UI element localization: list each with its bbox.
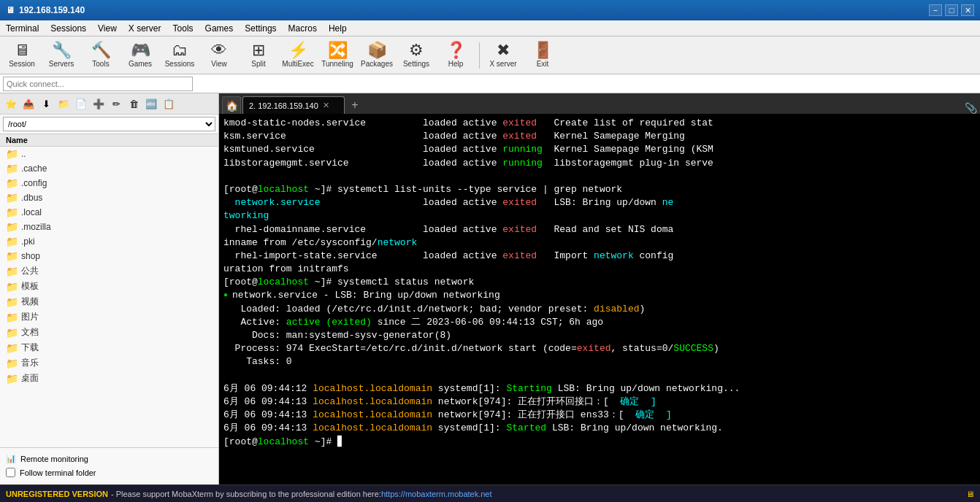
toolbar-separator	[479, 42, 480, 69]
toolbar-btn-tunneling[interactable]: 🔀Tunneling	[318, 39, 356, 72]
content-area: 🏠 2. 192.168.159.140✕ + 📎 kmod-static-no…	[219, 93, 980, 484]
file-item[interactable]: 📁.pki	[0, 234, 218, 249]
sidebar-tb-folder[interactable]: 📁	[55, 96, 72, 112]
menu-item-games[interactable]: Games	[199, 20, 240, 36]
follow-folder-label: Follow terminal folder	[20, 468, 96, 477]
close-button[interactable]: ✕	[961, 4, 974, 16]
toolbar-btn-servers[interactable]: 🔧Servers	[42, 39, 80, 72]
tab-close-button[interactable]: ✕	[323, 101, 329, 110]
quick-connect-input[interactable]	[3, 77, 193, 91]
file-item[interactable]: 📁.dbus	[0, 190, 218, 205]
sidebar-tb-file[interactable]: 📄	[73, 96, 89, 112]
view-icon: 👁	[211, 42, 227, 58]
menu-item-tools[interactable]: Tools	[167, 20, 199, 36]
file-item[interactable]: 📁..	[0, 147, 218, 161]
toolbar-btn-packages[interactable]: 📦Packages	[358, 39, 396, 72]
file-item[interactable]: 📁文档	[0, 325, 218, 340]
maximize-button[interactable]: □	[945, 4, 958, 16]
file-name: .pki	[21, 236, 35, 247]
file-item[interactable]: 📁.local	[0, 205, 218, 220]
toolbar-btn-session[interactable]: 🖥Session	[3, 39, 41, 72]
file-list-scroll-area: 📁..📁.cache📁.config📁.dbus📁.local📁.mozilla…	[0, 147, 218, 447]
sidebar-tb-rename[interactable]: 🔤	[143, 96, 159, 112]
multiexec-icon: ⚡	[288, 42, 308, 58]
menu-item-terminal[interactable]: Terminal	[0, 20, 45, 36]
terminal-line: Tasks: 0	[223, 355, 976, 368]
menu-bar: TerminalSessionsViewX serverToolsGamesSe…	[0, 20, 980, 36]
file-item[interactable]: 📁图片	[0, 309, 218, 325]
file-name: 音乐	[21, 357, 39, 369]
add-tab-button[interactable]: +	[346, 96, 364, 114]
toolbar-btn-view[interactable]: 👁View	[200, 39, 238, 72]
sidebar-tb-upload[interactable]: 📤	[20, 96, 37, 112]
tab-bar: 🏠 2. 192.168.159.140✕ + 📎	[219, 93, 980, 114]
file-item[interactable]: 📁.config	[0, 176, 218, 190]
toolbar-btn-help[interactable]: ❓Help	[437, 39, 475, 72]
file-item[interactable]: 📁下载	[0, 340, 218, 355]
file-name: 图片	[21, 311, 39, 323]
folder-icon: 📁	[6, 327, 18, 339]
sidebar-tb-download[interactable]: ⬇	[38, 96, 54, 112]
folder-icon: 📁	[6, 206, 18, 218]
path-selector[interactable]: /root/	[3, 117, 215, 131]
menu-item-x-server[interactable]: X server	[123, 20, 167, 36]
window-controls: − □ ✕	[929, 4, 974, 16]
terminal-line: tworking	[223, 209, 976, 223]
terminal-line: ksm.service loaded active exited Kernel …	[223, 130, 976, 143]
file-name: .local	[21, 207, 42, 217]
menu-item-macros[interactable]: Macros	[283, 20, 323, 36]
file-item[interactable]: 📁shop	[0, 249, 218, 263]
games-icon: 🎮	[131, 42, 150, 58]
sidebar-tb-delete[interactable]: 🗑	[126, 96, 142, 112]
window-title-area: 🖥 192.168.159.140	[6, 5, 85, 15]
sidebar-tb-add[interactable]: ➕	[91, 96, 107, 112]
menu-item-view[interactable]: View	[92, 20, 123, 36]
folder-icon: 📁	[6, 296, 18, 308]
app-icon: 🖥	[6, 5, 15, 15]
file-list-header: Name	[0, 134, 218, 147]
menu-item-settings[interactable]: Settings	[239, 20, 282, 36]
column-header-name: Name	[6, 136, 28, 144]
minimize-button[interactable]: −	[929, 4, 942, 16]
folder-icon: 📁	[6, 236, 18, 247]
terminal-line: [root@localhost ~]# ▊	[223, 436, 976, 449]
sidebar: ⭐📤⬇📁📄➕✏🗑🔤📋 /root/ Name 📁..📁.cache📁.confi…	[0, 93, 219, 484]
toolbar-btn-multiexec[interactable]: ⚡MultiExec	[279, 39, 317, 72]
folder-icon: 📁	[6, 358, 18, 369]
file-name: .mozilla	[21, 222, 51, 232]
packages-icon: 📦	[367, 42, 387, 58]
menu-item-help[interactable]: Help	[323, 20, 353, 36]
sidebar-tb-star[interactable]: ⭐	[3, 96, 19, 112]
sidebar-tb-clipboard[interactable]: 📋	[161, 96, 177, 112]
file-list: 📁..📁.cache📁.config📁.dbus📁.local📁.mozilla…	[0, 147, 218, 386]
file-item[interactable]: 📁模板	[0, 279, 218, 294]
tab-item[interactable]: 2. 192.168.159.140✕	[242, 96, 345, 114]
terminal[interactable]: kmod-static-nodes.service loaded active …	[219, 114, 980, 484]
file-item[interactable]: 📁音乐	[0, 355, 218, 371]
tab-home-button[interactable]: 🏠	[222, 96, 241, 114]
toolbar-btn-settings[interactable]: ⚙Settings	[397, 39, 435, 72]
toolbar-btn-games[interactable]: 🎮Games	[121, 39, 159, 72]
file-name: ..	[21, 149, 26, 159]
terminal-line: [root@localhost ~]# systemctl list-units…	[223, 183, 976, 196]
toolbar-btn-split[interactable]: ⊞Split	[240, 39, 277, 72]
file-item[interactable]: 📁公共	[0, 263, 218, 279]
home-icon: 🏠	[226, 100, 238, 112]
file-item[interactable]: 📁.cache	[0, 161, 218, 176]
toolbar-btn-x-server[interactable]: ✖X server	[484, 39, 522, 72]
terminal-line: Process: 974 ExecStart=/etc/rc.d/init.d/…	[223, 342, 976, 355]
file-item[interactable]: 📁视频	[0, 294, 218, 309]
menu-item-sessions[interactable]: Sessions	[45, 20, 92, 36]
terminal-line	[223, 369, 976, 382]
remote-monitoring-row[interactable]: 📊 Remote monitoring	[6, 452, 213, 465]
file-item[interactable]: 📁.mozilla	[0, 220, 218, 234]
sidebar-tb-edit[interactable]: ✏	[108, 96, 124, 112]
file-item[interactable]: 📁桌面	[0, 371, 218, 386]
file-name: .dbus	[21, 193, 42, 203]
unregistered-label: UNREGISTERED VERSION	[6, 490, 108, 498]
follow-folder-checkbox[interactable]	[6, 468, 15, 477]
status-link[interactable]: https://mobaxterm.mobatek.net	[381, 490, 492, 498]
toolbar-btn-tools[interactable]: 🔨Tools	[82, 39, 120, 72]
toolbar-btn-exit[interactable]: 🚪Exit	[524, 39, 562, 72]
toolbar-btn-sessions[interactable]: 🗂Sessions	[161, 39, 199, 72]
